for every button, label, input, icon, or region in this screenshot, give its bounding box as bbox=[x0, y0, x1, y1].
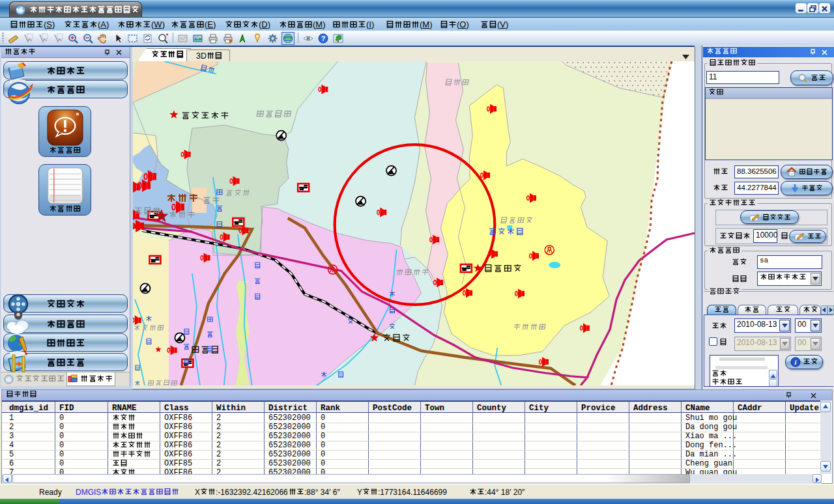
svg-text:?: ? bbox=[321, 35, 326, 42]
